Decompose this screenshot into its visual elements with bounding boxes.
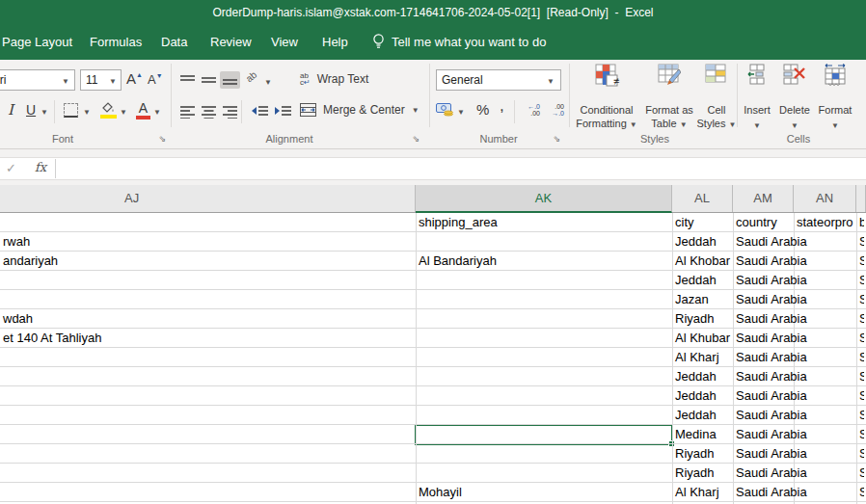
accounting-dropdown-icon[interactable]: ▼ xyxy=(457,108,465,117)
cell-AM-r6[interactable]: Saudi Arabia xyxy=(733,309,858,329)
cell-AO-r5[interactable]: S xyxy=(856,290,864,309)
cell-AM-r7[interactable]: Saudi Arabia xyxy=(733,329,858,348)
tab-help[interactable]: Help xyxy=(322,35,348,49)
cell-AL-r4[interactable]: Jeddah xyxy=(672,271,731,290)
insert-cells-button[interactable]: Insert ▼ xyxy=(741,64,773,85)
cell-AL-r13[interactable]: Riyadh xyxy=(672,444,731,464)
cell-AM-r14[interactable]: Saudi Arabia xyxy=(733,464,858,483)
alignment-dialog-launcher[interactable]: ⇘ xyxy=(411,134,421,145)
font-dialog-launcher[interactable]: ⇘ xyxy=(157,134,168,145)
cell-AM-r9[interactable]: Saudi Arabia xyxy=(733,367,858,386)
align-bottom-button[interactable] xyxy=(220,71,240,89)
italic-button[interactable]: I xyxy=(8,101,14,119)
cell-AO-r7[interactable]: S xyxy=(856,329,864,348)
cell-AM-r4[interactable]: Saudi Arabia xyxy=(733,271,858,290)
increase-indent-button[interactable] xyxy=(272,102,294,121)
font-color-button[interactable]: A xyxy=(136,100,150,119)
format-cells-button[interactable]: Format ▼ xyxy=(814,64,856,87)
cell-AL-r2[interactable]: Jeddah xyxy=(672,232,731,252)
cell-AM-r12[interactable]: Saudi Arabia xyxy=(733,425,858,444)
decrease-indent-button[interactable] xyxy=(249,102,271,121)
cell-AO-r3[interactable]: S xyxy=(856,252,864,271)
cell-AO-r11[interactable]: S xyxy=(856,406,864,425)
font-name-combobox[interactable]: bri ▼ xyxy=(0,69,75,91)
delete-cells-button[interactable]: Delete ▼ xyxy=(777,64,812,85)
column-header-partial[interactable] xyxy=(856,185,866,212)
cell-AL-r7[interactable]: Al Khubar xyxy=(672,329,731,348)
percent-style-button[interactable]: % xyxy=(476,101,489,118)
decrease-decimal-button[interactable]: .00→.0 xyxy=(545,103,564,117)
tab-formulas[interactable]: Formulas xyxy=(90,35,142,49)
cell-AL-r14[interactable]: Riyadh xyxy=(672,464,731,483)
format-as-table-button[interactable]: Format as Table ▼ xyxy=(642,64,696,87)
align-left-button[interactable] xyxy=(177,102,198,121)
align-top-button[interactable] xyxy=(177,71,198,89)
cell-AM-r11[interactable]: Saudi Arabia xyxy=(733,406,858,425)
cell-AL-r9[interactable]: Jeddah xyxy=(672,367,731,386)
cell-AM-r8[interactable]: Saudi Arabia xyxy=(733,348,858,367)
cell-AL-r11[interactable]: Jeddah xyxy=(672,406,731,425)
cell-AK-r3[interactable]: Al Bandariyah xyxy=(416,252,670,271)
tab-page-layout[interactable]: Page Layout xyxy=(2,35,72,49)
cell-AJ-r6[interactable]: wdah xyxy=(0,309,414,329)
cell-AO-r10[interactable]: S xyxy=(856,386,864,406)
number-format-combobox[interactable]: General ▼ xyxy=(436,69,561,91)
cell-AO-r2[interactable]: S xyxy=(856,232,864,252)
cell-AN-r1[interactable]: stateorpro xyxy=(794,213,854,232)
borders-dropdown-icon[interactable]: ▼ xyxy=(83,108,91,117)
cell-AM-r15[interactable]: Saudi Arabia xyxy=(733,483,858,502)
tell-me-box[interactable]: Tell me what you want to do xyxy=(372,34,546,49)
cell-AK-r15[interactable]: Mohayil xyxy=(416,483,670,502)
underline-dropdown-icon[interactable]: ▼ xyxy=(41,108,48,117)
cell-AJ-r2[interactable]: rwah xyxy=(0,232,414,252)
cell-AL-r15[interactable]: Al Kharj xyxy=(672,483,731,502)
cell-AL-r6[interactable]: Riyadh xyxy=(672,309,731,329)
cell-AO-r13[interactable]: S xyxy=(856,444,864,464)
increase-decimal-button[interactable]: ←.0.00 xyxy=(521,103,540,117)
cell-styles-button[interactable]: Cell Styles ▼ xyxy=(696,64,737,87)
align-center-button[interactable] xyxy=(199,102,219,121)
merge-center-button[interactable]: Merge & Center ▼ xyxy=(300,103,419,117)
cell-AJ-r3[interactable]: andariyah xyxy=(0,252,414,271)
column-header-AJ[interactable]: AJ xyxy=(0,185,416,212)
cell-AO-r4[interactable]: S xyxy=(856,271,864,290)
wrap-text-button[interactable]: abc↵ Wrap Text xyxy=(300,72,368,86)
align-middle-button[interactable] xyxy=(199,71,219,89)
fill-color-dropdown-icon[interactable]: ▼ xyxy=(120,108,127,117)
column-header-AN[interactable]: AN xyxy=(794,185,856,212)
cell-AL-r8[interactable]: Al Kharj xyxy=(672,348,731,367)
number-dialog-launcher[interactable]: ⇘ xyxy=(552,134,562,145)
font-color-dropdown-icon[interactable]: ▼ xyxy=(153,108,161,117)
formula-input[interactable] xyxy=(0,157,866,180)
borders-button[interactable] xyxy=(64,103,78,118)
font-size-combobox[interactable]: 11 ▼ xyxy=(80,69,122,91)
cell-AM-r5[interactable]: Saudi Arabia xyxy=(733,290,858,309)
grow-font-button[interactable]: A▲ xyxy=(126,70,143,87)
cell-AL-r12[interactable]: Medina xyxy=(672,425,731,444)
cell-AM-r13[interactable]: Saudi Arabia xyxy=(733,444,858,464)
fill-color-button[interactable] xyxy=(100,101,117,119)
cell-AJ-r7[interactable]: et 140 At Tahliyah xyxy=(0,329,414,348)
underline-button[interactable]: U xyxy=(26,102,36,118)
comma-style-button[interactable]: , xyxy=(500,96,504,116)
cell-AO-r8[interactable]: S xyxy=(856,348,864,367)
shrink-font-button[interactable]: A▼ xyxy=(148,72,163,87)
tab-data[interactable]: Data xyxy=(161,35,187,49)
cell-AO-r14[interactable]: S xyxy=(856,464,864,483)
cell-AO-r15[interactable]: S xyxy=(856,483,864,502)
cell-AL-r1[interactable]: city xyxy=(672,213,731,232)
tab-view[interactable]: View xyxy=(271,35,298,49)
conditional-formatting-button[interactable]: ≠ Conditional Formatting ▼ xyxy=(575,64,638,87)
align-right-button[interactable] xyxy=(220,102,240,121)
cell-AL-r5[interactable]: Jazan xyxy=(672,290,731,309)
orientation-button[interactable]: ab xyxy=(244,69,259,85)
column-header-AK[interactable]: AK xyxy=(416,185,672,213)
cell-AO-r1[interactable]: b xyxy=(856,213,864,232)
cell-AM-r3[interactable]: Saudi Arabia xyxy=(733,252,858,271)
cell-AL-r3[interactable]: Al Khobar xyxy=(672,252,731,271)
cell-AK-r1[interactable]: shipping_area xyxy=(416,213,670,232)
enter-check-icon[interactable]: ✓ xyxy=(6,161,16,175)
accounting-format-button[interactable] xyxy=(436,102,454,117)
insert-function-button[interactable]: fx xyxy=(35,160,46,174)
column-header-AM[interactable]: AM xyxy=(733,185,794,212)
